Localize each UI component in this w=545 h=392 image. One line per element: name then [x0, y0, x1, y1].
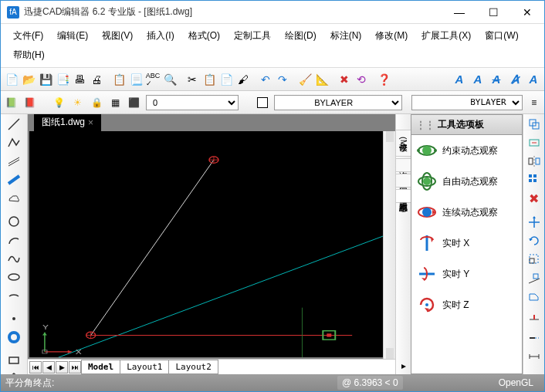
delete-icon[interactable]: ✖	[526, 191, 542, 206]
stretch-icon[interactable]	[526, 289, 542, 303]
menu-insert[interactable]: 插入(I)	[140, 27, 180, 45]
vtab-3dorbit[interactable]: 三维动态观察	[395, 189, 411, 203]
cloud-icon[interactable]	[6, 191, 22, 205]
maximize-button[interactable]: ☐	[482, 6, 504, 19]
minimize-button[interactable]: —	[449, 6, 470, 19]
edit-length-icon[interactable]	[526, 350, 542, 363]
lock-icon[interactable]: 🔒	[90, 96, 103, 109]
redo-icon[interactable]: ↷	[275, 72, 290, 87]
saveall-icon[interactable]: 📑	[55, 72, 70, 87]
paste-icon[interactable]: 📄	[218, 72, 234, 87]
new-icon[interactable]: 📄	[4, 72, 19, 87]
offset-icon[interactable]	[526, 136, 542, 150]
rotate-icon[interactable]	[526, 234, 542, 248]
menu-modify[interactable]: 修改(M)	[369, 27, 414, 45]
layer-icon[interactable]: ▦	[108, 96, 122, 109]
vertical-scrollbar[interactable]	[383, 131, 395, 359]
bulb-icon[interactable]: 💡	[52, 96, 66, 109]
tool-b-icon[interactable]: 📃	[128, 72, 144, 87]
text-a5-icon[interactable]: A	[526, 72, 541, 87]
text-a4-icon[interactable]: A̷	[507, 72, 523, 87]
menu-dim[interactable]: 标注(N)	[324, 27, 368, 45]
double-line-icon[interactable]	[6, 154, 22, 168]
tab-layout2[interactable]: Layout2	[168, 360, 218, 374]
canvas[interactable]: X Y	[29, 131, 383, 357]
close-button[interactable]: ✕	[516, 6, 538, 19]
tab-last-button[interactable]: ⏭	[69, 361, 81, 373]
mirror-icon[interactable]	[526, 154, 542, 168]
line-icon[interactable]	[6, 117, 22, 131]
cut-icon[interactable]: ✂	[184, 72, 200, 87]
printpreview-icon[interactable]: 🖨	[89, 72, 104, 87]
menu-format[interactable]: 格式(O)	[182, 27, 226, 45]
trim-icon[interactable]	[526, 313, 542, 326]
palette-item-realtime-z[interactable]: 实时 Z	[416, 294, 517, 316]
move-icon[interactable]	[526, 215, 542, 229]
menu-help[interactable]: 帮助(H)	[7, 46, 51, 64]
spell-icon[interactable]: ABC✓	[145, 72, 161, 87]
save-icon[interactable]: 💾	[38, 72, 53, 87]
palette-item-realtime-x[interactable]: 实时 X	[416, 232, 517, 254]
menu-file[interactable]: 文件(F)	[7, 27, 49, 45]
book2-icon[interactable]: 📕	[22, 96, 36, 109]
vtab-query[interactable]: 查询	[395, 158, 411, 172]
palette-item-orbit-constrained[interactable]: 约束动态观察	[416, 140, 517, 161]
tool-a-icon[interactable]: 📋	[111, 72, 127, 87]
palette-grip-icon[interactable]: ⋮⋮	[416, 120, 435, 130]
palette-item-orbit-free[interactable]: 自由动态观察	[416, 171, 517, 192]
spline-icon[interactable]	[6, 252, 22, 265]
donut-icon[interactable]	[6, 330, 22, 344]
tab-first-button[interactable]: ⏮	[29, 361, 42, 373]
vtab-view[interactable]: 视图	[395, 174, 411, 188]
text-a1-icon[interactable]: A	[452, 72, 467, 87]
vtab-modify[interactable]: 修改(M)	[395, 130, 411, 157]
circle-icon[interactable]	[6, 215, 22, 228]
color-icon[interactable]: ⬛	[127, 96, 141, 109]
layer-combo[interactable]: 0	[146, 95, 239, 110]
print-icon[interactable]: 🖶	[72, 72, 87, 87]
copy-tool-icon[interactable]	[526, 117, 542, 131]
array-icon[interactable]	[526, 173, 542, 187]
ellipse-arc-icon[interactable]	[6, 289, 22, 302]
scale-icon[interactable]	[526, 252, 542, 266]
palette-item-realtime-y[interactable]: 实时 Y	[416, 263, 517, 285]
menu-view[interactable]: 视图(V)	[96, 27, 139, 45]
find-icon[interactable]: 🔍	[162, 72, 178, 87]
linetype-icon[interactable]: ≡	[527, 96, 541, 109]
text-a2-icon[interactable]: A	[470, 72, 486, 87]
erase-icon[interactable]: 🧹	[297, 72, 313, 87]
document-tab[interactable]: 图纸1.dwg×	[34, 114, 101, 131]
ellipse-icon[interactable]	[6, 270, 22, 284]
tab-next-button[interactable]: ▶	[56, 361, 68, 373]
copy-icon[interactable]: 📋	[201, 72, 217, 87]
book-icon[interactable]: 📗	[4, 96, 18, 109]
palette-item-orbit-continuous[interactable]: 连续动态观察	[416, 201, 517, 223]
color-combo[interactable]: BYLAYER	[274, 95, 402, 110]
sun-icon[interactable]: ☀	[71, 96, 85, 109]
tab-prev-button[interactable]: ◀	[42, 361, 55, 373]
text-a3-icon[interactable]: A	[489, 72, 504, 87]
align-icon[interactable]	[526, 271, 542, 285]
rect-icon[interactable]	[6, 353, 22, 367]
menu-edit[interactable]: 编辑(E)	[51, 27, 94, 45]
open-icon[interactable]: 📂	[21, 72, 36, 87]
point-icon[interactable]	[6, 312, 22, 326]
tool-d-icon[interactable]: ⟲	[354, 72, 369, 87]
vtab-collapse-icon[interactable]: ▸	[398, 357, 409, 374]
tab-model[interactable]: Model	[81, 360, 120, 374]
menu-customtools[interactable]: 定制工具	[228, 27, 277, 45]
tab-layout1[interactable]: Layout1	[120, 360, 169, 374]
swatch-icon[interactable]	[256, 96, 269, 109]
menu-draw[interactable]: 绘图(D)	[279, 27, 323, 45]
matchprop-icon[interactable]: 🖌	[235, 72, 251, 87]
tool-c-icon[interactable]: 📐	[314, 72, 330, 87]
tab-close-icon[interactable]: ×	[88, 117, 93, 128]
extend-icon[interactable]	[526, 331, 542, 345]
linetype-combo[interactable]: BYLAYER	[411, 95, 522, 110]
menu-window[interactable]: 窗口(W)	[479, 27, 524, 45]
cancel-icon[interactable]: ✖	[337, 72, 352, 87]
help-icon[interactable]: ❓	[376, 72, 391, 87]
arc-icon[interactable]	[6, 233, 22, 247]
polyline-icon[interactable]	[6, 136, 22, 150]
undo-icon[interactable]: ↶	[258, 72, 273, 87]
